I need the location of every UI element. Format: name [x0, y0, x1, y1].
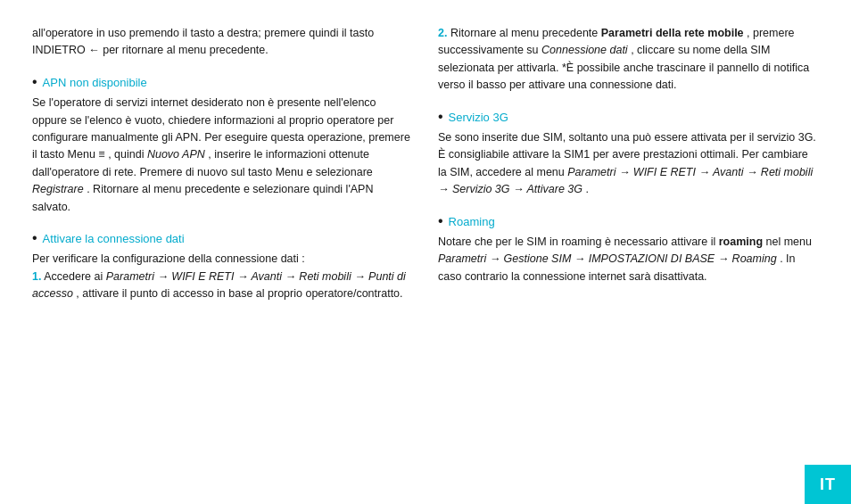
roaming-header: • Roaming	[438, 213, 819, 231]
connessione-body: Per verificare la configurazione della c…	[32, 251, 413, 302]
bullet-icon-2: •	[32, 231, 37, 245]
intro-text: all'operatore in uso premendo il tasto a…	[32, 25, 413, 60]
servizio3g-title: Servizio 3G	[449, 109, 508, 127]
apn-header: • APN non disponibile	[32, 74, 413, 92]
num-label-1: 1.	[32, 270, 41, 283]
apn-body: Se l'operatore di servizi internet desid…	[32, 95, 413, 216]
roaming-body: Notare che per le SIM in roaming è neces…	[438, 234, 819, 285]
intro-text-part2: per ritornare al menu precedente.	[103, 44, 269, 56]
bullet-icon-4: •	[438, 214, 443, 228]
back-arrow: ←	[88, 44, 103, 56]
left-column: all'operatore in uso premendo il tasto a…	[32, 25, 413, 479]
roaming-section: • Roaming Notare che per le SIM in roami…	[438, 213, 819, 286]
servizio3g-body: Se sono inserite due SIM, soltanto una p…	[438, 129, 819, 199]
servizio3g-header: • Servizio 3G	[438, 109, 819, 127]
roaming-title: Roaming	[449, 213, 495, 231]
connessione-header: • Attivare la connessione dati	[32, 230, 413, 248]
num-label-2: 2.	[438, 27, 447, 39]
connessione-section: • Attivare la connessione dati Per verif…	[32, 230, 413, 303]
apn-title: APN non disponibile	[43, 74, 147, 92]
connessione-title: Attivare la connessione dati	[43, 230, 185, 248]
intro-section: all'operatore in uso premendo il tasto a…	[32, 25, 413, 60]
it-badge: IT	[805, 465, 851, 504]
bullet-icon-3: •	[438, 110, 443, 124]
page-container: all'operatore in uso premendo il tasto a…	[0, 0, 851, 504]
connessione-continued-section: 2. Ritornare al menu precedente Parametr…	[438, 25, 819, 95]
servizio3g-section: • Servizio 3G Se sono inserite due SIM, …	[438, 109, 819, 199]
right-column: 2. Ritornare al menu precedente Parametr…	[438, 25, 819, 479]
apn-section: • APN non disponibile Se l'operatore di …	[32, 74, 413, 216]
it-badge-label: IT	[820, 473, 836, 497]
bullet-icon: •	[32, 75, 37, 89]
connessione-continued-body: 2. Ritornare al menu precedente Parametr…	[438, 25, 819, 95]
